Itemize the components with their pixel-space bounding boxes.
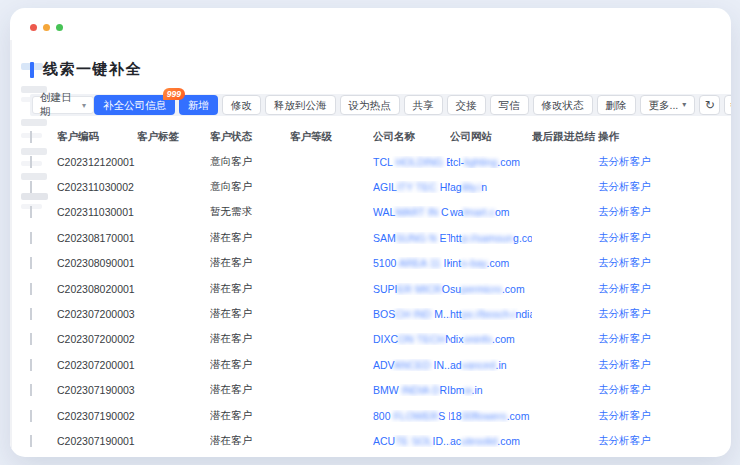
company-name-link[interactable]: SAMSUNG N ET... <box>373 232 450 244</box>
analyze-customer-link[interactable]: 去分析客户 <box>598 358 651 370</box>
edit-button[interactable]: 修改 <box>222 95 261 115</box>
cell-company-name: BMW INDIA DRIV... <box>373 384 450 396</box>
analyze-customer-link[interactable]: 去分析客户 <box>598 205 651 217</box>
release-to-public-sea-button[interactable]: 释放到公海 <box>265 95 336 115</box>
analyze-customer-link[interactable]: 去分析客户 <box>598 282 651 294</box>
cell-company-website: supermicro.com <box>450 283 532 295</box>
company-name-link[interactable]: WALMART IN C . <box>373 206 450 218</box>
close-window-button[interactable] <box>30 24 37 31</box>
row-checkbox[interactable] <box>30 206 32 218</box>
company-name-link[interactable]: DIXCON TECHNO... <box>373 333 450 345</box>
company-name-link-visible-prefix: WAL <box>373 206 395 218</box>
company-website-link[interactable]: agility.in <box>450 181 487 193</box>
company-website-link-redacted-middle: lmart.c <box>463 206 495 218</box>
company-website-link[interactable]: 1800flowers.com <box>450 410 529 422</box>
minimize-window-button[interactable] <box>43 24 50 31</box>
company-name-link[interactable]: 800 FLOWERS I... <box>373 410 450 422</box>
cell-customer-code: C202308020001 <box>57 283 137 295</box>
company-name-link[interactable]: SUPIER MICRO ... <box>373 283 450 295</box>
row-checkbox[interactable] <box>30 181 32 193</box>
settings-button[interactable]: ⚙ <box>724 95 731 115</box>
refresh-button[interactable]: ↻ <box>699 95 720 115</box>
company-website-link[interactable]: advanced.in <box>450 359 507 371</box>
cell-company-website: into-bay.com <box>450 257 532 269</box>
row-checkbox[interactable] <box>30 308 32 320</box>
cell-company-name: DIXCON TECHNO... <box>373 333 450 345</box>
company-website-link[interactable]: walmart.com <box>450 206 510 218</box>
row-checkbox[interactable] <box>30 156 32 168</box>
analyze-customer-link[interactable]: 去分析客户 <box>598 231 651 243</box>
refresh-icon: ↻ <box>705 99 715 111</box>
company-website-link-visible-prefix: 18 <box>450 410 462 422</box>
table-row: C202312120001意向客户TCL HOLDING EC...tcl-li… <box>30 149 731 174</box>
row-checkbox[interactable] <box>30 410 32 422</box>
row-checkbox[interactable] <box>30 257 32 269</box>
company-name-link[interactable]: AGILITY TEC HN... <box>373 181 450 193</box>
row-checkbox[interactable] <box>30 333 32 345</box>
cell-actions: 去分析客户 <box>598 155 731 169</box>
company-name-link-visible-prefix: AGIL <box>373 181 397 193</box>
company-name-link[interactable]: BOSCH IND M... <box>373 308 450 320</box>
analyze-customer-link[interactable]: 去分析客户 <box>598 256 651 268</box>
table-row: C202311030001暂无需求WALMART IN C .walmart.c… <box>30 200 731 225</box>
table-row: C202307200003潜在客户BOSCH IND M...https://b… <box>30 301 731 326</box>
modify-status-button[interactable]: 修改状态 <box>533 95 593 115</box>
header-company-name: 公司名称 <box>373 130 450 144</box>
company-website-link[interactable]: bmw.in <box>450 384 483 396</box>
row-checkbox[interactable] <box>30 232 32 244</box>
company-website-link-visible-prefix: bm <box>450 384 465 396</box>
cell-company-name: 800 FLOWERS I... <box>373 410 450 422</box>
cell-actions: 去分析客户 <box>598 383 731 397</box>
set-hotspot-button[interactable]: 设为热点 <box>340 95 400 115</box>
company-name-link-visible-suffix: C . <box>438 206 450 218</box>
analyze-customer-link[interactable]: 去分析客户 <box>598 180 651 192</box>
company-website-link-visible-prefix: dix <box>450 333 463 345</box>
share-button[interactable]: 共享 <box>404 95 443 115</box>
company-website-link[interactable]: tcl-lighting.com <box>450 156 520 168</box>
company-website-link[interactable]: acutesolid.com <box>450 435 520 447</box>
company-website-link[interactable]: dixoninfo.com <box>450 333 515 345</box>
company-name-link[interactable]: ACUTE SOLID... <box>373 435 450 447</box>
analyze-customer-link[interactable]: 去分析客户 <box>598 307 651 319</box>
analyze-customer-link[interactable]: 去分析客户 <box>598 383 651 395</box>
company-website-link[interactable]: supermicro.com <box>450 283 525 295</box>
company-name-link-redacted-middle: ER MICR <box>398 283 442 295</box>
cell-company-website: dixoninfo.com <box>450 333 532 345</box>
company-website-link-visible-suffix: .com <box>502 283 525 295</box>
header-customer-status: 客户状态 <box>210 130 290 144</box>
row-checkbox[interactable] <box>30 435 32 447</box>
company-name-link[interactable]: ADVANCED IN... <box>373 359 450 371</box>
row-checkbox[interactable] <box>30 359 32 371</box>
date-filter-select[interactable]: 创建日期 ▾ <box>32 96 94 114</box>
row-checkbox[interactable] <box>30 283 32 295</box>
row-checkbox[interactable] <box>30 384 32 396</box>
analyze-customer-link[interactable]: 去分析客户 <box>598 155 651 167</box>
analyze-customer-link[interactable]: 去分析客户 <box>598 409 651 421</box>
table-row: C202307190002潜在客户800 FLOWERS I...1800flo… <box>30 403 731 428</box>
company-website-link[interactable]: https://bosch-india.... <box>450 308 532 320</box>
analyze-customer-link[interactable]: 去分析客户 <box>598 332 651 344</box>
company-website-link[interactable]: http://samsung.com <box>450 232 532 244</box>
analyze-customer-link[interactable]: 去分析客户 <box>598 434 651 446</box>
company-website-link-redacted-middle: 00flowers <box>462 410 507 422</box>
company-name-link[interactable]: BMW INDIA DRIV... <box>373 384 450 396</box>
maximize-window-button[interactable] <box>56 24 63 31</box>
window-titlebar <box>10 8 731 40</box>
handover-button[interactable]: 交接 <box>447 95 486 115</box>
company-website-link[interactable]: into-bay.com <box>450 257 509 269</box>
company-name-link-visible-suffix: EC... <box>443 156 450 168</box>
add-new-button[interactable]: 新增 <box>179 95 218 115</box>
cell-checkbox <box>30 257 57 269</box>
company-name-link[interactable]: TCL HOLDING EC... <box>373 156 450 168</box>
table-row: C202311030002意向客户AGILITY TEC HN...agilit… <box>30 174 731 199</box>
table-header-row: 客户编码 客户标签 客户状态 客户等级 公司名称 公司网站 最后跟进总结 操作 <box>30 125 731 149</box>
cell-actions: 去分析客户 <box>598 409 731 423</box>
cell-company-name: SUPIER MICRO ... <box>373 283 450 295</box>
select-all-checkbox[interactable] <box>30 131 32 143</box>
more-button[interactable]: 更多... ▾ <box>640 95 696 115</box>
company-name-link[interactable]: 5100 AREA 11 IK... <box>373 257 450 269</box>
delete-button[interactable]: 删除 <box>597 95 636 115</box>
company-name-link-redacted-middle: ITY TEC <box>397 181 437 193</box>
write-letter-button[interactable]: 写信 <box>490 95 529 115</box>
cell-actions: 去分析客户 <box>598 358 731 372</box>
